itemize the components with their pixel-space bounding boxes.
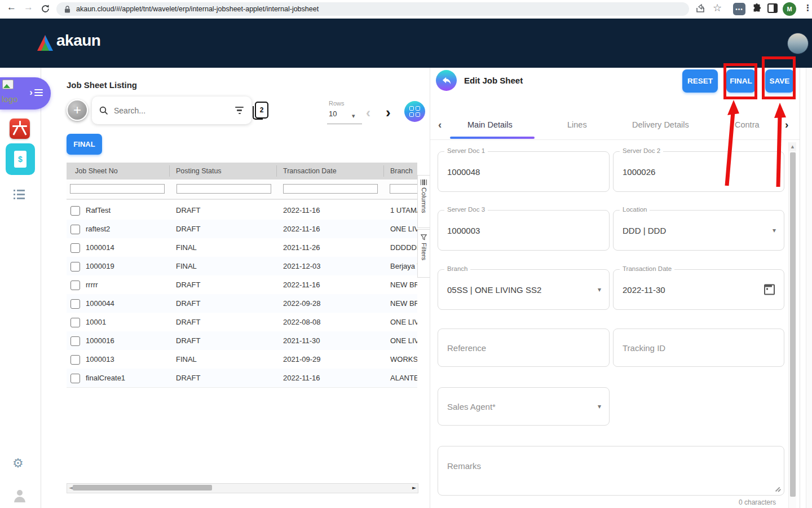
settings-gear-icon[interactable]: ⚙ [12,456,24,470]
cell-branch: ALANTES [390,369,417,387]
side-panel-icon[interactable] [767,3,778,13]
browser-profile-avatar[interactable]: M [783,2,796,16]
active-tab-indicator [450,137,535,139]
row-checkbox[interactable] [70,299,80,309]
edit-panel-scrollbar[interactable]: ▲ [788,142,796,508]
branch-select[interactable]: Branch 05SS | ONE LIVING SS2 ▾ [438,269,610,310]
col-transaction-date[interactable]: Transaction Date [283,163,337,179]
extension-badge-icon[interactable]: ••• [733,3,745,15]
search-input[interactable] [113,106,235,116]
row-checkbox[interactable] [70,281,80,290]
filters-tab-label: Filters [421,243,427,260]
filter-input-branch[interactable] [390,184,417,194]
tracking-id-field[interactable]: Tracking ID [613,329,784,367]
sales-agent-select[interactable]: Sales Agent* ▾ [438,387,610,426]
final-bulk-button[interactable]: FINAL [67,134,102,155]
rows-per-page-label: Rows [329,100,345,107]
rows-per-page-select[interactable]: 10 [329,110,337,118]
col-posting-status[interactable]: Posting Status [176,163,222,179]
rows-select-underline [327,124,362,124]
add-job-sheet-button[interactable]: + [67,99,88,121]
tab-lines[interactable]: Lines [567,120,587,129]
document-dollar-icon: $ [14,151,27,168]
cell-transaction-date: 2022-11-16 [283,369,320,387]
resize-handle-icon[interactable] [775,486,780,492]
expand-menu-icon[interactable]: › [29,87,43,98]
cell-branch: 1 UTAMA [390,201,417,220]
table-row[interactable]: 1000019 FINAL 2021-12-03 Berjaya Ti [67,257,417,276]
browser-back-icon[interactable]: ← [7,2,16,13]
bookmark-star-icon[interactable]: ☆ [713,2,722,14]
server-doc-2-field[interactable]: Server Doc 2 1000026 [613,151,784,192]
remarks-textarea[interactable]: Remarks [438,446,784,496]
search-box[interactable] [92,97,251,124]
address-bar[interactable]: akaun.cloud/#/applet/tnt/wavelet/erp/int… [56,2,689,16]
grid-view-button[interactable] [404,101,425,122]
tab-main-details[interactable]: Main Details [467,120,513,129]
table-row[interactable]: rrrrr DRAFT 2022-11-16 NEW BRA [67,275,417,295]
sidebar-list-menu-icon[interactable] [14,187,25,202]
extensions-puzzle-icon[interactable] [752,3,762,14]
columns-side-tab[interactable]: Columns [417,175,430,228]
scrollbar-thumb[interactable] [790,152,796,497]
row-checkbox[interactable] [70,225,80,234]
row-checkbox[interactable] [70,355,80,365]
rows-caret-icon[interactable]: ▾ [352,112,355,120]
col-branch[interactable]: Branch [390,163,413,179]
browser-menu-icon[interactable]: ⋮ [804,3,812,13]
back-button[interactable] [436,70,457,91]
calendar-icon[interactable] [764,284,775,295]
duplicate-view-icon[interactable]: 2 [255,102,267,117]
server-doc-3-field[interactable]: Server Doc 3 1000003 [438,210,610,251]
sidebar-app-da-icon[interactable] [10,119,30,139]
pagination-next-icon[interactable]: › [386,104,391,121]
cell-branch: ONE LIVIN [390,220,417,238]
columns-icon [421,179,427,185]
filter-input-transaction-date[interactable] [283,184,378,194]
search-filter-icon[interactable] [235,107,244,114]
table-row[interactable]: 1000016 DRAFT 2021-11-30 ONE LIVIN [67,331,417,351]
tab-contra[interactable]: Contra [735,120,760,129]
page-scrollbar[interactable] [806,68,812,508]
sidebar-app-billing-icon[interactable]: $ [6,143,35,175]
table-horizontal-scrollbar[interactable]: ◄ ► [67,483,418,493]
table-row[interactable]: RafTest DRAFT 2022-11-16 1 UTAMA [67,201,417,220]
scrollbar-thumb[interactable] [73,485,212,491]
table-row[interactable]: 1000014 FINAL 2021-11-26 DDDDDD [67,238,417,257]
row-checkbox[interactable] [70,262,80,271]
table-row[interactable]: 1000044 DRAFT 2022-09-28 NEW BRA [67,294,417,313]
account-person-icon[interactable] [14,490,25,503]
scroll-right-icon[interactable]: ► [412,485,416,491]
reference-field[interactable]: Reference [438,329,610,367]
reset-button[interactable]: RESET [682,69,718,93]
row-checkbox[interactable] [70,336,80,346]
tabs-scroll-right-icon[interactable]: › [785,119,788,131]
location-select[interactable]: Location DDD | DDD ▾ [613,210,784,251]
tab-delivery-details[interactable]: Delivery Details [632,120,689,129]
tabs-scroll-left-icon[interactable]: ‹ [438,119,442,131]
row-checkbox[interactable] [70,243,80,253]
duplicate-count: 2 [255,102,268,119]
tenant-logo-pill[interactable]: logo › [0,77,51,110]
user-avatar[interactable] [787,33,809,54]
row-checkbox[interactable] [70,206,80,216]
filter-input-posting-status[interactable] [176,184,271,194]
url-text: akaun.cloud/#/applet/tnt/wavelet/erp/int… [76,5,319,13]
scroll-left-icon[interactable]: ◄ [69,485,73,491]
table-row[interactable]: raftest2 DRAFT 2022-11-16 ONE LIVIN [67,220,417,239]
table-row[interactable]: 1000013 FINAL 2021-09-29 WORKSH [67,350,417,369]
scroll-up-icon[interactable]: ▲ [789,142,796,151]
filter-input-job-sheet-no[interactable] [70,184,165,194]
transaction-date-field[interactable]: Transaction Date 2022-11-30 [613,269,784,310]
back-arrow-icon [442,76,452,85]
filters-side-tab[interactable]: Filters [417,229,430,278]
server-doc-1-field[interactable]: Server Doc 1 1000048 [438,151,610,192]
table-row[interactable]: 10001 DRAFT 2022-08-08 ONE LIVIN [67,313,417,332]
cell-transaction-date: 2022-08-08 [283,313,321,331]
share-icon[interactable] [695,3,705,14]
row-checkbox[interactable] [70,318,80,327]
row-checkbox[interactable] [70,374,80,383]
col-job-sheet-no[interactable]: Job Sheet No [75,163,118,179]
table-row[interactable]: finalCreate1 DRAFT 2022-11-16 ALANTES [67,369,417,388]
browser-refresh-icon[interactable] [41,4,50,14]
